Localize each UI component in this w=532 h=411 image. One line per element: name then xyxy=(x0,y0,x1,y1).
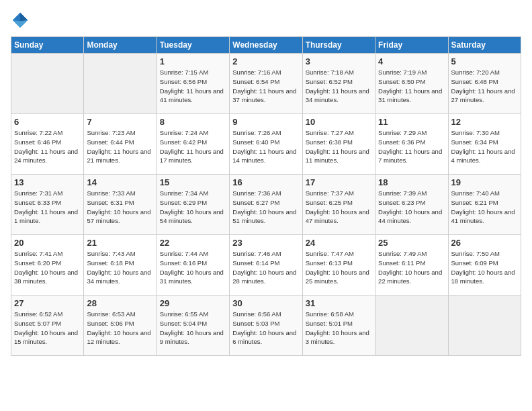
day-info: Sunrise: 7:18 AM Sunset: 6:52 PM Dayligh… xyxy=(306,68,372,105)
day-info: Sunrise: 7:46 AM Sunset: 6:14 PM Dayligh… xyxy=(232,249,299,286)
calendar-cell: 23Sunrise: 7:46 AM Sunset: 6:14 PM Dayli… xyxy=(230,235,302,295)
weekday-header: Sunday xyxy=(11,37,84,54)
day-number: 25 xyxy=(378,238,445,248)
day-info: Sunrise: 7:22 AM Sunset: 6:46 PM Dayligh… xyxy=(14,128,81,165)
day-info: Sunrise: 7:27 AM Sunset: 6:38 PM Dayligh… xyxy=(306,128,372,165)
day-number: 18 xyxy=(378,177,445,187)
calendar-cell: 31Sunrise: 6:58 AM Sunset: 5:01 PM Dayli… xyxy=(302,295,375,356)
calendar-cell: 20Sunrise: 7:41 AM Sunset: 6:20 PM Dayli… xyxy=(11,235,84,295)
day-number: 1 xyxy=(160,56,226,66)
day-number: 26 xyxy=(451,238,518,248)
day-number: 15 xyxy=(160,177,226,187)
weekday-header: Friday xyxy=(375,37,448,54)
calendar-cell xyxy=(448,295,521,356)
calendar-cell: 16Sunrise: 7:36 AM Sunset: 6:27 PM Dayli… xyxy=(230,175,302,235)
day-number: 10 xyxy=(306,117,372,127)
calendar-cell: 4Sunrise: 7:19 AM Sunset: 6:50 PM Daylig… xyxy=(375,54,448,114)
calendar-cell: 19Sunrise: 7:40 AM Sunset: 6:21 PM Dayli… xyxy=(448,175,521,235)
svg-marker-2 xyxy=(13,20,28,28)
svg-marker-1 xyxy=(20,13,28,21)
calendar-cell: 9Sunrise: 7:26 AM Sunset: 6:40 PM Daylig… xyxy=(230,114,302,175)
day-number: 17 xyxy=(306,177,372,187)
calendar-week-row: 13Sunrise: 7:31 AM Sunset: 6:33 PM Dayli… xyxy=(11,175,521,235)
day-info: Sunrise: 7:43 AM Sunset: 6:18 PM Dayligh… xyxy=(87,249,153,286)
day-number: 8 xyxy=(160,117,226,127)
weekday-header: Saturday xyxy=(448,37,521,54)
calendar-cell xyxy=(375,295,448,356)
calendar-cell: 13Sunrise: 7:31 AM Sunset: 6:33 PM Dayli… xyxy=(11,175,84,235)
day-info: Sunrise: 7:40 AM Sunset: 6:21 PM Dayligh… xyxy=(451,189,518,226)
day-number: 23 xyxy=(232,238,299,248)
day-info: Sunrise: 7:47 AM Sunset: 6:13 PM Dayligh… xyxy=(306,249,372,286)
calendar-cell: 8Sunrise: 7:24 AM Sunset: 6:42 PM Daylig… xyxy=(157,114,229,175)
calendar-cell: 30Sunrise: 6:56 AM Sunset: 5:03 PM Dayli… xyxy=(230,295,302,356)
calendar-week-row: 6Sunrise: 7:22 AM Sunset: 6:46 PM Daylig… xyxy=(11,114,521,175)
day-number: 9 xyxy=(232,117,299,127)
day-info: Sunrise: 6:55 AM Sunset: 5:04 PM Dayligh… xyxy=(160,310,226,347)
day-number: 2 xyxy=(232,56,299,66)
calendar-week-row: 1Sunrise: 7:15 AM Sunset: 6:56 PM Daylig… xyxy=(11,54,521,114)
calendar-cell: 27Sunrise: 6:52 AM Sunset: 5:07 PM Dayli… xyxy=(11,295,84,356)
day-number: 12 xyxy=(451,117,518,127)
day-info: Sunrise: 7:19 AM Sunset: 6:50 PM Dayligh… xyxy=(378,68,445,105)
weekday-header: Wednesday xyxy=(230,37,302,54)
day-info: Sunrise: 6:52 AM Sunset: 5:07 PM Dayligh… xyxy=(14,310,81,347)
day-info: Sunrise: 6:53 AM Sunset: 5:06 PM Dayligh… xyxy=(87,310,153,347)
day-info: Sunrise: 7:16 AM Sunset: 6:54 PM Dayligh… xyxy=(232,68,299,105)
calendar-cell: 2Sunrise: 7:16 AM Sunset: 6:54 PM Daylig… xyxy=(230,54,302,114)
calendar-cell: 5Sunrise: 7:20 AM Sunset: 6:48 PM Daylig… xyxy=(448,54,521,114)
day-info: Sunrise: 7:31 AM Sunset: 6:33 PM Dayligh… xyxy=(14,189,81,226)
calendar-cell: 17Sunrise: 7:37 AM Sunset: 6:25 PM Dayli… xyxy=(302,175,375,235)
calendar-cell: 7Sunrise: 7:23 AM Sunset: 6:44 PM Daylig… xyxy=(84,114,157,175)
calendar-table: SundayMondayTuesdayWednesdayThursdayFrid… xyxy=(11,36,521,356)
calendar-week-row: 27Sunrise: 6:52 AM Sunset: 5:07 PM Dayli… xyxy=(11,295,521,356)
logo xyxy=(11,11,32,30)
calendar-cell: 3Sunrise: 7:18 AM Sunset: 6:52 PM Daylig… xyxy=(302,54,375,114)
calendar-cell: 10Sunrise: 7:27 AM Sunset: 6:38 PM Dayli… xyxy=(302,114,375,175)
day-info: Sunrise: 7:26 AM Sunset: 6:40 PM Dayligh… xyxy=(232,128,299,165)
weekday-header-row: SundayMondayTuesdayWednesdayThursdayFrid… xyxy=(11,37,521,54)
day-info: Sunrise: 7:24 AM Sunset: 6:42 PM Dayligh… xyxy=(160,128,226,165)
calendar-cell xyxy=(84,54,157,114)
day-number: 7 xyxy=(87,117,153,127)
day-number: 14 xyxy=(87,177,153,187)
day-number: 29 xyxy=(160,298,226,308)
calendar-week-row: 20Sunrise: 7:41 AM Sunset: 6:20 PM Dayli… xyxy=(11,235,521,295)
calendar-cell: 1Sunrise: 7:15 AM Sunset: 6:56 PM Daylig… xyxy=(157,54,229,114)
day-info: Sunrise: 7:29 AM Sunset: 6:36 PM Dayligh… xyxy=(378,128,445,165)
day-number: 19 xyxy=(451,177,518,187)
calendar-cell: 25Sunrise: 7:49 AM Sunset: 6:11 PM Dayli… xyxy=(375,235,448,295)
calendar-cell: 29Sunrise: 6:55 AM Sunset: 5:04 PM Dayli… xyxy=(157,295,229,356)
calendar-cell: 24Sunrise: 7:47 AM Sunset: 6:13 PM Dayli… xyxy=(302,235,375,295)
day-number: 3 xyxy=(306,56,372,66)
day-info: Sunrise: 7:49 AM Sunset: 6:11 PM Dayligh… xyxy=(378,249,445,286)
day-info: Sunrise: 7:36 AM Sunset: 6:27 PM Dayligh… xyxy=(232,189,299,226)
calendar-cell: 21Sunrise: 7:43 AM Sunset: 6:18 PM Dayli… xyxy=(84,235,157,295)
calendar-cell xyxy=(11,54,84,114)
day-info: Sunrise: 7:15 AM Sunset: 6:56 PM Dayligh… xyxy=(160,68,226,105)
day-number: 20 xyxy=(14,238,81,248)
logo-icon xyxy=(11,11,30,30)
day-number: 6 xyxy=(14,117,81,127)
day-number: 28 xyxy=(87,298,153,308)
calendar-cell: 15Sunrise: 7:34 AM Sunset: 6:29 PM Dayli… xyxy=(157,175,229,235)
day-info: Sunrise: 7:23 AM Sunset: 6:44 PM Dayligh… xyxy=(87,128,153,165)
page-header xyxy=(11,11,521,30)
day-info: Sunrise: 7:20 AM Sunset: 6:48 PM Dayligh… xyxy=(451,68,518,105)
weekday-header: Tuesday xyxy=(157,37,229,54)
calendar-cell: 28Sunrise: 6:53 AM Sunset: 5:06 PM Dayli… xyxy=(84,295,157,356)
day-info: Sunrise: 7:34 AM Sunset: 6:29 PM Dayligh… xyxy=(160,189,226,226)
calendar-cell: 12Sunrise: 7:30 AM Sunset: 6:34 PM Dayli… xyxy=(448,114,521,175)
day-number: 21 xyxy=(87,238,153,248)
day-info: Sunrise: 7:50 AM Sunset: 6:09 PM Dayligh… xyxy=(451,249,518,286)
weekday-header: Monday xyxy=(84,37,157,54)
day-number: 30 xyxy=(232,298,299,308)
day-info: Sunrise: 6:58 AM Sunset: 5:01 PM Dayligh… xyxy=(306,310,372,347)
day-number: 16 xyxy=(232,177,299,187)
day-info: Sunrise: 7:30 AM Sunset: 6:34 PM Dayligh… xyxy=(451,128,518,165)
calendar-cell: 6Sunrise: 7:22 AM Sunset: 6:46 PM Daylig… xyxy=(11,114,84,175)
day-number: 4 xyxy=(378,56,445,66)
day-number: 5 xyxy=(451,56,518,66)
calendar-cell: 18Sunrise: 7:39 AM Sunset: 6:23 PM Dayli… xyxy=(375,175,448,235)
calendar-cell: 22Sunrise: 7:44 AM Sunset: 6:16 PM Dayli… xyxy=(157,235,229,295)
